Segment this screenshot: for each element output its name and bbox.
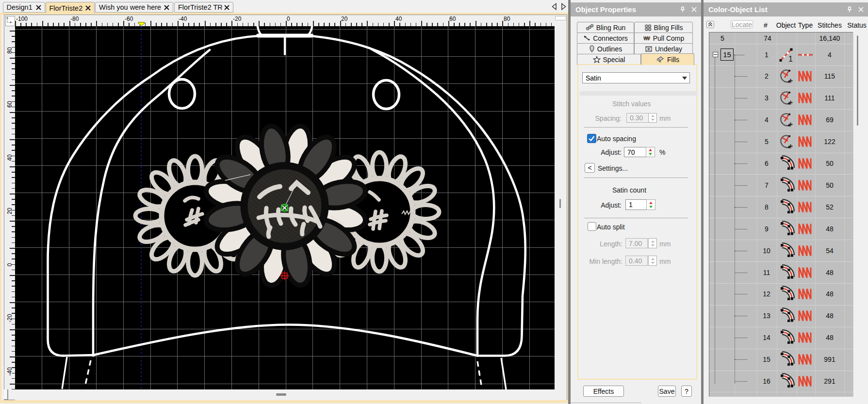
svg-text:1: 1 xyxy=(788,55,793,63)
